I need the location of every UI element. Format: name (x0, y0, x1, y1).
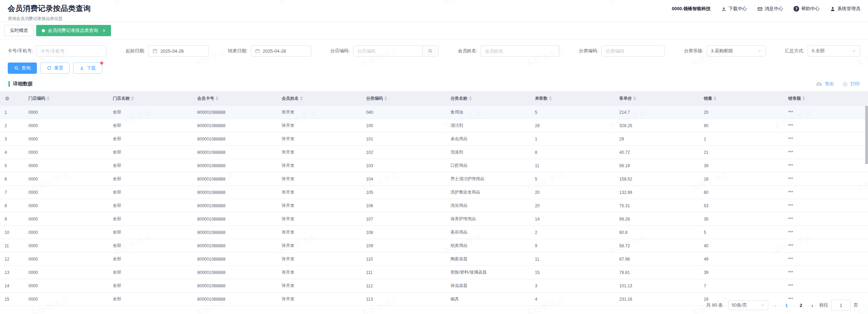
table-row[interactable]: 10000全部800001088888张开发040食用油5214.720*** (0, 106, 868, 119)
sort-icon[interactable] (216, 96, 218, 100)
table-row[interactable]: 50000全部800001088888张开发103口腔用品1156.1939**… (0, 159, 868, 172)
table-cell: 3 (0, 137, 24, 142)
table-scrollbar[interactable] (865, 106, 868, 306)
table-cell: 口腔用品 (446, 163, 530, 169)
table-cell: 0000 (24, 243, 108, 248)
page-1-button[interactable]: 1 (782, 303, 791, 308)
start-date-input[interactable]: 2025-04-26 (148, 45, 209, 57)
table-cell: 10 (0, 230, 24, 235)
page-2-button[interactable]: 2 (796, 303, 805, 308)
table-cell: 800001088888 (193, 137, 277, 142)
reset-button[interactable]: 重置 (40, 63, 70, 74)
page-size-select[interactable]: 50条/页 (728, 300, 768, 310)
table-cell: 张开发 (277, 283, 361, 289)
next-page-button[interactable]: › (811, 302, 814, 308)
table-cell: 张开发 (277, 109, 361, 115)
export-button-label: 导出 (825, 81, 834, 87)
export-button[interactable]: 导出 (816, 81, 834, 87)
table-cell: *** (784, 270, 868, 275)
help-center-label: 帮助中心 (801, 6, 820, 12)
table-cell: 全部 (108, 256, 192, 262)
sort-icon[interactable] (802, 96, 805, 100)
sort-icon[interactable] (549, 96, 552, 100)
column-header[interactable]: 门店名称 (108, 96, 192, 102)
summary-mode-select[interactable]: 0.全部 (808, 45, 860, 57)
table-cell: 7 (0, 190, 24, 195)
message-icon (757, 6, 763, 12)
table-cell: 张开发 (277, 176, 361, 182)
filter-end-date: 结束日期: 2025-04-26 (228, 45, 311, 57)
table-cell: 39 (699, 270, 783, 275)
column-header[interactable]: 分类名称 (446, 96, 530, 102)
table-row[interactable]: 30000全部800001088888张开发101杀虫用品1291*** (0, 132, 868, 146)
category-code-input[interactable] (601, 45, 665, 57)
goto-page-input[interactable] (831, 300, 851, 311)
table-cell: 9 (0, 217, 24, 222)
category-level-select[interactable]: 3.采购柜组 (707, 45, 766, 57)
reset-button-label: 重置 (54, 65, 63, 71)
goto-page: 前往 页 (819, 300, 858, 311)
column-header[interactable]: 来客数 (530, 96, 615, 102)
scrollbar-thumb[interactable] (865, 106, 868, 164)
end-date-input[interactable]: 2025-04-26 (251, 45, 311, 57)
search-icon (428, 48, 433, 53)
table-cell: 113 (361, 297, 446, 302)
table-row[interactable]: 80000全部800001088888张开发106洗浴用品2075.3153**… (0, 199, 868, 212)
table-cell: 全部 (108, 176, 192, 182)
table-row[interactable]: 120000全部800001088888张开发110陶瓷器皿1167.9649*… (0, 253, 868, 266)
filter-start-date: 起始日期: 2025-04-26 (126, 45, 209, 57)
column-header[interactable]: 会员姓名 (277, 96, 361, 102)
help-center-link[interactable]: 帮助中心 (794, 6, 820, 12)
prev-page-button[interactable]: ‹ (774, 302, 777, 308)
table-cell: 20 (530, 190, 615, 195)
column-header[interactable]: 销售额 (784, 96, 868, 102)
sort-icon[interactable] (469, 96, 472, 100)
table-cell: 张开发 (277, 296, 361, 302)
print-button[interactable]: 打印 (842, 81, 860, 87)
sort-icon[interactable] (384, 96, 387, 100)
table-cell: 231.16 (615, 297, 699, 302)
table-cell: 20 (699, 110, 783, 115)
table-cell: 4 (0, 150, 24, 155)
active-dot-icon (42, 29, 45, 32)
table-row[interactable]: 20000全部800001088888张开发100清洁剂28328.2590**… (0, 119, 868, 132)
table-row[interactable]: 100000全部800001088888张开发108美容用品260.85*** (0, 226, 868, 239)
table-row[interactable]: 90000全部800001088888张开发107保养护理用品1499.2635… (0, 212, 868, 226)
column-settings-button[interactable] (0, 96, 24, 101)
message-center-link[interactable]: 消息中心 (757, 6, 783, 12)
sort-icon[interactable] (300, 96, 303, 100)
sort-icon[interactable] (633, 96, 636, 100)
store-code-input[interactable] (353, 46, 422, 56)
column-header[interactable]: 会员卡号 (193, 96, 277, 102)
table-row[interactable]: 60000全部800001088888张开发104男士清洁护理用品5158.52… (0, 172, 868, 186)
download-center-link[interactable]: 下载中心 (721, 6, 747, 12)
close-icon[interactable]: × (103, 28, 105, 33)
tab-realtime-overview[interactable]: 实时概览 (4, 25, 34, 36)
download-button[interactable]: 下载 (73, 63, 102, 74)
sort-icon[interactable] (131, 96, 134, 100)
column-header[interactable]: 分类编码 (361, 96, 446, 102)
filter-card-number: 卡号/手机号: (8, 45, 106, 57)
column-header[interactable]: 门店编码 (24, 96, 108, 102)
table-row[interactable]: 40000全部800001088888张开发102洗涤剂840.7221*** (0, 146, 868, 159)
column-header[interactable]: 销量 (699, 96, 783, 102)
table-cell: 8 (0, 203, 24, 208)
member-name-input[interactable] (481, 45, 560, 57)
sort-icon[interactable] (47, 96, 50, 100)
table-cell: *** (784, 243, 868, 248)
table-row[interactable]: 130000全部800001088888张开发111密胺/塑料/玻璃器皿1578… (0, 266, 868, 279)
card-number-input[interactable] (36, 45, 106, 57)
table-row[interactable]: 70000全部800001088888张开发105洗护整染发用品20132.69… (0, 186, 868, 199)
sort-icon[interactable] (713, 96, 716, 100)
chevron-down-icon (757, 49, 762, 53)
table-cell: 食用油 (446, 109, 530, 115)
table-row[interactable]: 140000全部800001088888张开发112保温器皿3101.137**… (0, 279, 868, 293)
column-header[interactable]: 客单价 (615, 96, 699, 102)
store-search-button[interactable] (422, 46, 438, 56)
table-row[interactable]: 110000全部800001088888张开发109纸类用品958.7240**… (0, 239, 868, 253)
filter-label: 汇总方式: (785, 48, 804, 54)
query-button[interactable]: 查询 (8, 63, 37, 74)
current-user-link[interactable]: 系统管理员 (830, 6, 860, 12)
tab-member-category-query[interactable]: 会员消费记录按品类查询 × (36, 25, 111, 36)
table-cell: 78.81 (615, 270, 699, 275)
